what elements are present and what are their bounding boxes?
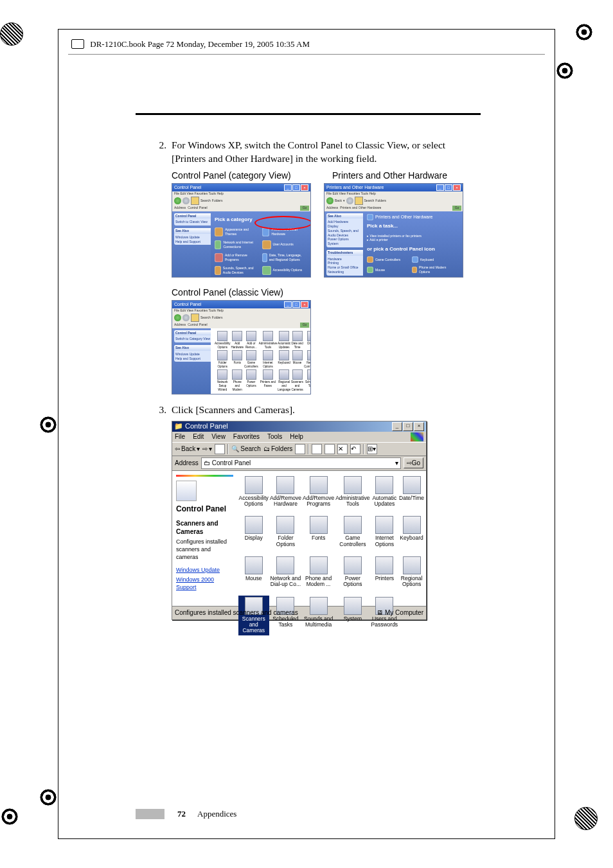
cp-item[interactable]: Date and Time	[291, 331, 303, 350]
back-icon[interactable]	[174, 197, 181, 204]
screenshot-w2k-control-panel: 📁 Control Panel _□× FileEditView Favorit…	[172, 421, 427, 620]
caption-category-view: Control Panel (category View)	[172, 170, 313, 182]
min-btn[interactable]: _	[392, 422, 402, 431]
page-frame: DR-1210C.book Page 72 Monday, December 1…	[58, 29, 555, 839]
my-computer-icon: 🖥	[377, 608, 383, 617]
copy-to-icon[interactable]	[324, 444, 335, 454]
cp-item[interactable]: Add/Remove Programs	[302, 475, 335, 509]
move-to-icon[interactable]	[312, 444, 322, 454]
cp-item[interactable]: Folder Options	[215, 350, 231, 369]
forward-button[interactable]: ⇨▾	[202, 445, 212, 454]
step-2: 2. For Windows XP, switch the Control Pa…	[155, 139, 481, 166]
cp-item[interactable]: Date/Time	[398, 475, 425, 509]
doc-header: DR-1210C.book Page 72 Monday, December 1…	[71, 39, 310, 49]
cp-item[interactable]: Phone and Modem ...	[231, 369, 244, 394]
page-footer: 72 Appendices	[177, 809, 236, 819]
max-btn[interactable]: □	[292, 184, 300, 191]
back-icon[interactable]	[326, 197, 333, 204]
page-content: 2. For Windows XP, switch the Control Pa…	[155, 139, 481, 620]
cp-item[interactable]: Scanners and Cameras	[291, 369, 303, 394]
up-icon[interactable]	[215, 444, 225, 454]
folders-button[interactable]: 🗂Folders	[263, 445, 292, 454]
max-btn[interactable]: □	[403, 422, 413, 431]
address-field[interactable]: 🗀Control Panel▾	[201, 457, 401, 469]
side-panel: Control Panel Scanners and Cameras Confi…	[172, 471, 237, 606]
cp-item[interactable]: Accessibility Options	[215, 331, 231, 350]
folder-icon: 🗀	[204, 459, 210, 468]
cp-item[interactable]: Display	[238, 515, 269, 549]
footer-bar	[136, 809, 164, 819]
cp-item[interactable]: Regional and Language ...	[278, 369, 290, 394]
cp-item[interactable]: Printers and Faxes	[259, 369, 277, 394]
cp-item[interactable]: Printers	[371, 555, 399, 589]
link-windows-update[interactable]: Windows Update	[176, 566, 233, 574]
cp-item[interactable]: Network Setup Wizard	[215, 369, 231, 394]
cp-item[interactable]: Sounds and Multimedia	[302, 596, 335, 635]
caption-printers-hw: Printers and Other Hardware	[332, 170, 447, 182]
history-icon[interactable]	[295, 444, 305, 454]
screenshot-xp-printers-hw: Printers and Other Hardware _□× File Edi…	[324, 183, 463, 278]
toolbar[interactable]: ⇦Back▾ ⇨▾ 🔍Search 🗂Folders ✕ ↶ ⊞▾	[172, 442, 426, 456]
cp-item[interactable]: Add/Remove Hardware	[269, 475, 302, 509]
cp-item[interactable]: Mouse	[238, 555, 269, 589]
close-btn[interactable]: ×	[414, 422, 424, 431]
views-icon[interactable]: ⊞▾	[367, 444, 377, 454]
cp-item[interactable]: Power Options	[244, 369, 258, 394]
forward-icon[interactable]	[182, 197, 190, 204]
cp-item[interactable]: Internet Options	[371, 515, 399, 549]
cp-item[interactable]: Administrative Tools	[335, 475, 370, 509]
cp-item[interactable]: Mouse	[291, 350, 303, 369]
cp-item[interactable]: Keyboard	[278, 350, 290, 369]
cp-item[interactable]: Administrative Tools	[259, 331, 277, 350]
cp-item[interactable]: Display	[304, 331, 311, 350]
cp-item[interactable]: Game Controllers	[244, 350, 258, 369]
cp-item[interactable]: Folder Options	[269, 515, 302, 549]
min-btn[interactable]: _	[284, 184, 292, 191]
windows-logo-icon	[411, 432, 423, 441]
go-button[interactable]: ⇨Go	[404, 457, 423, 469]
step-3: 3. Click [Scanners and Cameras].	[155, 403, 481, 417]
address-label: Address	[175, 459, 199, 468]
back-button[interactable]: ⇦Back▾	[175, 445, 200, 454]
cp-item[interactable]: Automatic Updates	[278, 331, 290, 350]
cp-item[interactable]: Scheduled Tasks	[304, 369, 311, 394]
menu-bar[interactable]: FileEditView FavoritesToolsHelp	[172, 432, 426, 442]
cp-item[interactable]: Phone and Modem ...	[302, 555, 335, 589]
close-btn[interactable]: ×	[301, 184, 308, 191]
screenshot-xp-category: Control Panel _□× File Edit View Favorit…	[172, 183, 311, 278]
cp-item[interactable]: Automatic Updates	[371, 475, 399, 509]
up-icon[interactable]	[191, 197, 199, 205]
cp-item[interactable]: Fonts	[302, 515, 335, 549]
cp-item[interactable]: Internet Options	[259, 350, 277, 369]
screenshot-xp-classic: Control Panel _□× File Edit View Favorit…	[172, 300, 311, 394]
cp-item[interactable]: Network and Dial-up Co...	[269, 555, 302, 589]
cp-item[interactable]: System	[335, 596, 370, 635]
cp-item[interactable]: Accessibility Options	[238, 475, 269, 509]
cp-item[interactable]: Game Controllers	[335, 515, 370, 549]
cp-item[interactable]: Keyboard	[398, 515, 425, 549]
search-button[interactable]: 🔍Search	[231, 445, 261, 454]
control-panel-icon	[176, 481, 197, 501]
undo-icon[interactable]: ↶	[350, 444, 360, 454]
cp-item[interactable]: Network Connections	[304, 350, 311, 369]
cp-item[interactable]: Add or Remov...	[244, 331, 258, 350]
delete-icon[interactable]: ✕	[337, 444, 348, 454]
link-win2000-support[interactable]: Windows 2000 Support	[176, 576, 233, 591]
folder-icon: 📁	[174, 422, 183, 430]
cp-item[interactable]: Regional Options	[398, 555, 425, 589]
cp-item[interactable]: Add Hardware	[231, 331, 244, 350]
cp-item[interactable]: Fonts	[231, 350, 244, 369]
caption-classic-view: Control Panel (classic View)	[172, 287, 283, 299]
cp-item[interactable]: Power Options	[335, 555, 370, 589]
